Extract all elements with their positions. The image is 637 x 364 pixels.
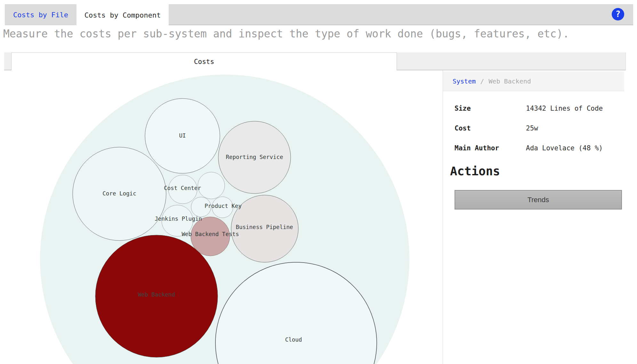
bubble-chart-svg: Core LogicUIReporting ServiceCost Center… — [0, 70, 443, 364]
detail-row-size: Size 14342 Lines of Code — [455, 105, 627, 114]
page-subtitle: Measure the costs per sub-system and ins… — [3, 28, 569, 40]
detail-row-cost: Cost 25w — [455, 124, 627, 133]
bubble-label-reporting-service: Reporting Service — [226, 154, 283, 160]
bubble-label-cloud: Cloud — [285, 336, 302, 343]
bubble-label-ui: UI — [179, 132, 186, 139]
bubble-label-web-backend: Web Backend — [138, 291, 175, 298]
detail-value-cost: 25w — [526, 124, 538, 132]
detail-label-cost: Cost — [455, 124, 471, 132]
costs-bubble-chart: Core LogicUIReporting ServiceCost Center… — [0, 70, 443, 364]
breadcrumb-current: Web Backend — [488, 77, 531, 85]
detail-value-size: 14342 Lines of Code — [526, 105, 603, 112]
panel-divider — [443, 70, 443, 364]
actions-heading: Actions — [450, 164, 500, 178]
help-icon[interactable]: ? — [612, 8, 624, 20]
detail-value-main-author: Ada Lovelace (48 %) — [526, 144, 603, 152]
tab-costs-by-file-label: Costs by File — [13, 11, 68, 19]
panel-tabbar-left-filler — [4, 52, 11, 70]
bubble-label-web-backend-tests: Web Backend Tests — [181, 231, 239, 237]
breadcrumb-system-link[interactable]: System — [453, 77, 476, 85]
tab-costs-panel-label: Costs — [194, 58, 214, 66]
bubble-label-cost-center: Cost Center — [164, 185, 201, 191]
bubble-label-jenkins-plugin: Jenkins Plugin — [155, 216, 202, 222]
bubble-component-small-1[interactable] — [198, 172, 225, 199]
tab-costs-by-component-label: Costs by Component — [85, 11, 161, 19]
trends-button[interactable]: Trends — [455, 190, 622, 210]
tab-costs-by-component[interactable]: Costs by Component — [77, 4, 169, 26]
tab-costs-by-file[interactable]: Costs by File — [5, 4, 77, 25]
detail-label-main-author: Main Author — [455, 144, 499, 152]
detail-label-size: Size — [455, 105, 471, 112]
tab-costs-panel[interactable]: Costs — [11, 52, 397, 71]
bubble-label-core-logic: Core Logic — [102, 190, 136, 197]
detail-row-main-author: Main Author Ada Lovelace (48 %) — [455, 144, 627, 153]
panel-tabbar-right-filler — [397, 52, 626, 70]
breadcrumb: System / Web Backend — [443, 71, 624, 91]
app-root: { "header": { "tabs": [ { "label": "Cost… — [0, 0, 637, 364]
bubble-label-business-pipeline: Business Pipeline — [236, 224, 293, 230]
bubble-label-product-key: Product Key — [205, 203, 242, 209]
breadcrumb-separator: / — [480, 77, 484, 85]
trends-button-label: Trends — [528, 196, 549, 204]
